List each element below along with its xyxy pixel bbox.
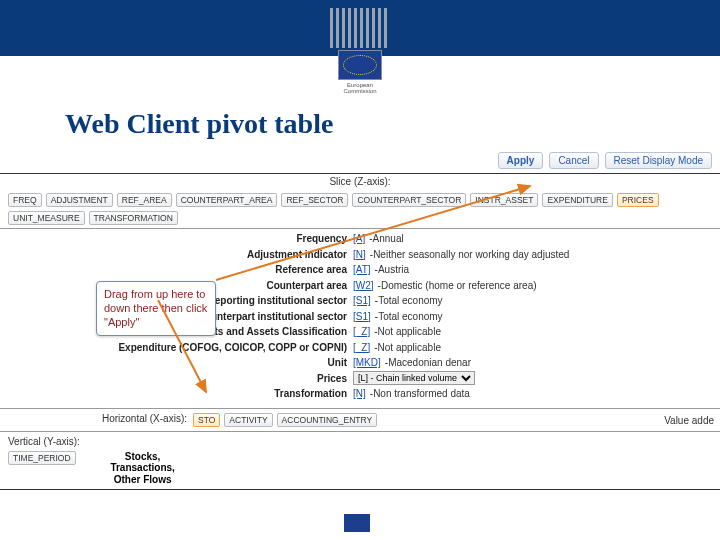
slice-chip-unit_measure[interactable]: UNIT_MEASURE [8,211,85,225]
x-axis-row: Horizontal (X-axis): STOACTIVITYACCOUNTI… [0,409,720,431]
field-value: Total economy [378,309,442,325]
field-label: Adjustment indicator [8,247,353,263]
slice-chip-row: FREQADJUSTMENTREF_AREACOUNTERPART_AREARE… [0,190,720,228]
ec-logo: European Commission [330,8,390,86]
slice-chip-ref_area[interactable]: REF_AREA [117,193,172,207]
field-label: Frequency [8,231,353,247]
y-column-header: Stocks, Transactions, Other Flows [98,451,188,486]
slice-chip-ref_sector[interactable]: REF_SECTOR [281,193,348,207]
x-axis-chip-row: STOACTIVITYACCOUNTING_ENTRY [193,413,377,427]
field-value: Macedonian denar [388,355,471,371]
field-row: Adjustment indicator[N] - Neither season… [8,247,712,263]
field-label: Unit [8,355,353,371]
field-code[interactable]: [N] [353,386,366,402]
slice-chip-expenditure[interactable]: EXPENDITURE [542,193,612,207]
prices-select[interactable]: [L] - Chain linked volume [353,371,475,385]
slice-chip-prices[interactable]: PRICES [617,193,659,207]
field-value: Non transformed data [373,386,470,402]
cancel-button[interactable]: Cancel [549,152,598,169]
field-list: Drag from up here to down there then cli… [0,229,720,408]
slice-chip-adjustment[interactable]: ADJUSTMENT [46,193,113,207]
field-value: Total economy [378,293,442,309]
slice-axis-label: Slice (Z-axis): [0,174,720,190]
slice-chip-instr_asset[interactable]: INSTR_ASSET [470,193,538,207]
slice-chip-counterpart_area[interactable]: COUNTERPART_AREA [176,193,278,207]
y-axis-chip[interactable]: TIME_PERIOD [8,451,76,465]
field-code[interactable]: [W2] [353,278,374,294]
field-code[interactable]: [A] [353,231,365,247]
field-label: Transformation [8,386,353,402]
ec-building-icon [330,8,390,48]
instruction-callout: Drag from up here to down there then cli… [96,281,216,336]
field-code[interactable]: [AT] [353,262,371,278]
field-value: Domestic (home or reference area) [381,278,537,294]
field-value: Not applicable [378,324,441,340]
field-value: Not applicable [378,340,441,356]
x-axis-chip[interactable]: ACCOUNTING_ENTRY [277,413,378,427]
field-label: Expenditure (COFOG, COICOP, COPP or COPN… [8,340,353,356]
field-value: Neither seasonally nor working day adjus… [373,247,569,263]
field-code[interactable]: [S1] [353,309,371,325]
truncated-value-text: Value adde [664,415,714,426]
x-axis-label: Horizontal (X-axis): [8,413,193,424]
field-code[interactable]: [MKD] [353,355,381,371]
field-code[interactable]: [_Z] [353,324,370,340]
field-row: Expenditure (COFOG, COICOP, COPP or COPN… [8,340,712,356]
y-axis-row: Vertical (Y-axis): [0,432,720,451]
ec-logo-text: European Commission [330,82,390,94]
apply-button[interactable]: Apply [498,152,544,169]
divider [0,489,720,490]
toolbar: Apply Cancel Reset Display Mode [0,150,720,173]
slide-header: European Commission [0,0,720,90]
reset-display-mode-button[interactable]: Reset Display Mode [605,152,712,169]
field-label: Reference area [8,262,353,278]
x-axis-chip[interactable]: ACTIVITY [224,413,272,427]
field-row: Unit[MKD] - Macedonian denar [8,355,712,371]
field-code[interactable]: [N] [353,247,366,263]
y-axis-label: Vertical (Y-axis): [8,436,80,447]
eu-flag-footer-icon [344,514,370,532]
eu-flag-icon [338,50,382,80]
slice-chip-counterpart_sector[interactable]: COUNTERPART_SECTOR [352,193,466,207]
slice-chip-freq[interactable]: FREQ [8,193,42,207]
page-title: Web Client pivot table [0,90,720,150]
field-code[interactable]: [_Z] [353,340,370,356]
field-row: Transformation[N] - Non transformed data [8,386,712,402]
field-label: Prices [8,371,353,387]
field-row: Reference area[AT] - Austria [8,262,712,278]
field-code[interactable]: [S1] [353,293,371,309]
field-value: Austria [378,262,409,278]
field-value: Annual [373,231,404,247]
field-row: Frequency[A] - Annual [8,231,712,247]
field-row: Prices[L] - Chain linked volume [8,371,712,387]
x-axis-chip[interactable]: STO [193,413,220,427]
slice-chip-transformation[interactable]: TRANSFORMATION [89,211,178,225]
